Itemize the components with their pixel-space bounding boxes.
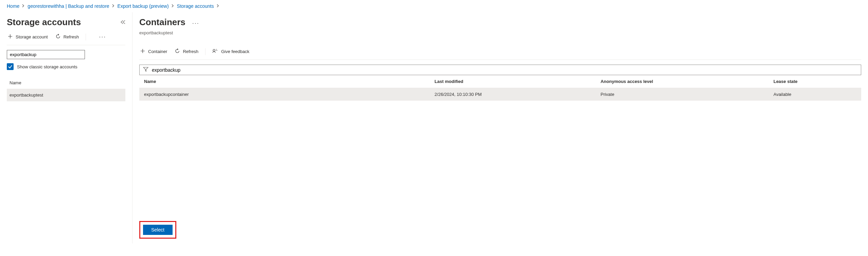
more-icon[interactable]: ··· [192, 20, 199, 27]
chevron-right-icon [112, 4, 115, 8]
add-container-label: Container [148, 49, 167, 54]
cell-lease: Available [774, 92, 856, 97]
cell-access: Private [601, 92, 774, 97]
column-header-name[interactable]: Name [144, 79, 435, 84]
refresh-icon [55, 34, 61, 40]
plus-icon [7, 34, 13, 40]
cell-name: exportbackupcontainer [144, 92, 435, 97]
left-toolbar: Storage account Refresh ··· [7, 29, 125, 45]
refresh-label: Refresh [64, 34, 79, 39]
select-button[interactable]: Select [143, 225, 173, 235]
collapse-icon[interactable] [121, 19, 125, 25]
breadcrumb-item-storage[interactable]: Storage accounts [177, 3, 214, 9]
filter-icon [143, 67, 148, 73]
containers-panel: Containers ··· exportbackuptest Containe… [132, 12, 868, 243]
chevron-right-icon [217, 4, 219, 8]
breadcrumb: Home georestorewithha | Backup and resto… [0, 0, 868, 12]
storage-accounts-panel: Storage accounts Storage account Refres [0, 12, 132, 243]
svg-point-0 [213, 49, 215, 51]
refresh-label: Refresh [183, 49, 198, 54]
page-title: Storage accounts [7, 17, 81, 28]
checkbox-checked-icon[interactable] [7, 63, 14, 70]
add-container-button[interactable]: Container [139, 47, 168, 56]
column-header-lease[interactable]: Lease state [774, 79, 856, 84]
chevron-right-icon [172, 4, 174, 8]
classic-checkbox-row[interactable]: Show classic storage accounts [7, 63, 125, 70]
column-header-access[interactable]: Anonymous access level [601, 79, 774, 84]
footer: Select [139, 213, 861, 239]
container-filter-input[interactable] [152, 67, 857, 73]
column-header-modified[interactable]: Last modified [435, 79, 601, 84]
feedback-label: Give feedback [221, 49, 249, 54]
refresh-button[interactable]: Refresh [174, 47, 199, 56]
name-column-header: Name [7, 77, 125, 89]
highlight-annotation: Select [139, 221, 176, 239]
feedback-button[interactable]: Give feedback [212, 47, 250, 56]
container-filter-bar [139, 65, 861, 75]
more-icon[interactable]: ··· [99, 33, 106, 40]
breadcrumb-item-resource[interactable]: georestorewithha | Backup and restore [28, 3, 109, 9]
chevron-right-icon [22, 4, 25, 8]
add-storage-account-button[interactable]: Storage account [7, 32, 49, 41]
table-header: Name Last modified Anonymous access leve… [139, 75, 861, 88]
storage-search-input[interactable] [7, 50, 85, 59]
cell-modified: 2/26/2024, 10:10:30 PM [435, 92, 601, 97]
right-toolbar: Container Refresh Give feedback [139, 44, 861, 60]
divider [86, 34, 86, 40]
add-storage-label: Storage account [16, 34, 48, 39]
breadcrumb-item-export[interactable]: Export backup (preview) [118, 3, 169, 9]
page-title: Containers [139, 17, 185, 28]
divider [205, 48, 206, 55]
plus-icon [140, 48, 145, 55]
breadcrumb-item-home[interactable]: Home [7, 3, 19, 9]
table-row[interactable]: exportbackupcontainer 2/26/2024, 10:10:3… [139, 88, 861, 101]
storage-account-item[interactable]: exportbackuptest [7, 89, 125, 101]
feedback-icon [212, 48, 218, 55]
refresh-icon [175, 48, 180, 55]
refresh-button[interactable]: Refresh [55, 32, 80, 41]
classic-checkbox-label: Show classic storage accounts [17, 64, 77, 69]
page-subtitle: exportbackuptest [139, 30, 861, 35]
containers-table: Name Last modified Anonymous access leve… [139, 75, 861, 101]
